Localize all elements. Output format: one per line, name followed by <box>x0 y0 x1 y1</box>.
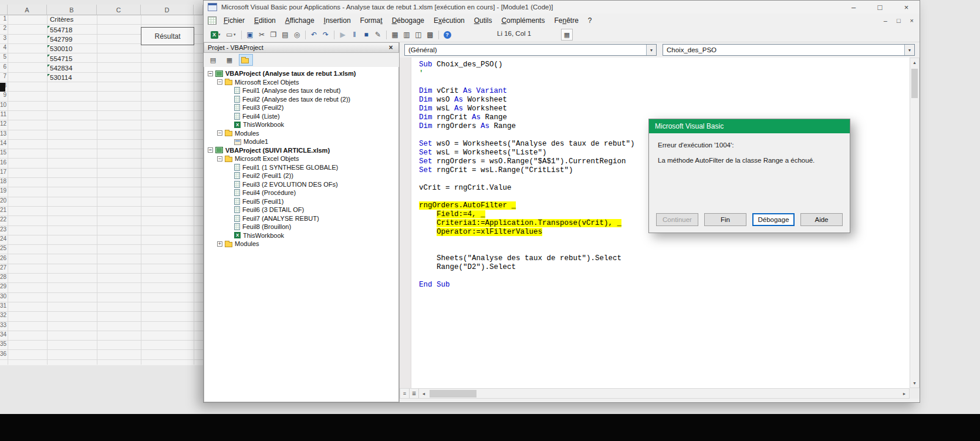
full-module-view-button[interactable]: ≣ <box>410 389 419 398</box>
tree-item[interactable]: Feuil1 (1 SYNTHESE GLOBALE) <box>204 163 398 172</box>
tree-item[interactable]: Feuil7 (ANALYSE REBUT) <box>204 214 398 223</box>
tree-item[interactable]: Feuil2 (Analyse des taux de rebut (2)) <box>204 95 398 104</box>
tree-item[interactable]: Feuil5 (Feuil1) <box>204 197 398 206</box>
insert-userform-icon-dropdown[interactable]: ▾ <box>234 32 239 37</box>
redo-icon[interactable]: ↷ <box>320 29 332 40</box>
chevron-down-icon[interactable]: ▾ <box>904 45 914 55</box>
run-icon[interactable]: ▶ <box>337 29 349 40</box>
menu-?[interactable]: ? <box>583 15 597 26</box>
stop-icon[interactable]: ■ <box>360 29 372 40</box>
cut-icon[interactable]: ✂ <box>256 29 268 40</box>
menu-exécution[interactable]: Exécution <box>429 15 469 26</box>
find-icon[interactable]: ◎ <box>291 29 303 40</box>
design-mode-icon[interactable]: ✎ <box>372 29 384 40</box>
tree-item[interactable]: ThisWorkbook <box>204 120 398 129</box>
menu-format[interactable]: Format <box>356 15 387 26</box>
child-restore-button[interactable]: □ <box>897 17 901 24</box>
cell-value[interactable]: 542799 <box>48 35 98 44</box>
project-panel-close-button[interactable]: × <box>387 43 395 52</box>
dialog-titlebar[interactable]: Microsoft Visual Basic <box>649 119 850 133</box>
collapse-box[interactable]: − <box>217 130 222 136</box>
pause-icon[interactable]: ‖ <box>349 29 360 40</box>
menu-débogage[interactable]: Débogage <box>387 15 429 26</box>
dialog-button-aide[interactable]: Aide <box>800 213 843 226</box>
dialog-button-fin[interactable]: Fin <box>704 213 746 226</box>
project-tree[interactable]: −VBAProject (Analyse taux de rebut 1.xls… <box>204 67 399 402</box>
menu-compléments[interactable]: Compléments <box>496 15 549 26</box>
tree-item[interactable]: −Microsoft Excel Objets <box>204 154 398 163</box>
menu-fenêtre[interactable]: Fenêtre <box>549 15 583 26</box>
extra-toolbar-button[interactable]: ▦ <box>561 29 573 41</box>
procedure-dropdown[interactable]: Choix_des_PSO ▾ <box>663 44 915 56</box>
maximize-button[interactable]: □ <box>867 1 893 14</box>
tree-item[interactable]: Feuil8 (Brouillon) <box>204 223 398 231</box>
collapse-box[interactable]: − <box>217 79 222 85</box>
tree-item[interactable]: Feuil2 (Feuil1 (2)) <box>204 171 398 180</box>
procedure-view-button[interactable]: ≡ <box>400 389 410 398</box>
tree-item[interactable]: Feuil3 (2 EVOLUTION DES OFs) <box>204 180 398 189</box>
project-panel-header[interactable]: Projet - VBAProject × <box>204 42 399 53</box>
view-object-button[interactable]: ▦ <box>222 54 236 66</box>
tree-item[interactable]: −VBAProject (SUIVI ARTICLE.xlsm) <box>204 146 398 155</box>
child-close-button[interactable]: × <box>910 17 914 24</box>
collapse-box[interactable]: − <box>208 147 213 153</box>
menu-affichage[interactable]: Affichage <box>281 15 319 26</box>
tree-item[interactable]: −Microsoft Excel Objets <box>204 78 398 87</box>
collapse-box[interactable]: − <box>208 71 213 76</box>
cell-value[interactable]: 554715 <box>48 54 98 63</box>
object-dropdown[interactable]: (Général) ▾ <box>404 44 657 56</box>
tree-item[interactable]: Feuil3 (Feuil2) <box>204 103 398 112</box>
tree-item[interactable]: Feuil4 (Procédure) <box>204 188 398 197</box>
project-explorer-icon[interactable]: ▦ <box>389 29 401 40</box>
vertical-scroll-thumb[interactable] <box>911 69 918 98</box>
scroll-right-icon[interactable]: ► <box>900 389 909 398</box>
tree-item[interactable]: −VBAProject (Analyse taux de rebut 1.xls… <box>204 69 398 78</box>
toolbox-icon[interactable]: ▩ <box>424 29 436 40</box>
taskbar[interactable] <box>0 414 980 441</box>
copy-icon[interactable]: ❐ <box>268 29 279 40</box>
sheet-icon <box>234 113 240 120</box>
tree-item[interactable]: −Modules <box>204 129 398 138</box>
menu-outils[interactable]: Outils <box>469 15 497 26</box>
undo-icon[interactable]: ↶ <box>308 29 320 40</box>
tree-item[interactable]: ThisWorkbook <box>204 231 398 240</box>
expand-box[interactable]: + <box>217 241 222 247</box>
breakpoint-margin[interactable] <box>400 58 411 388</box>
cell-value[interactable]: 530114 <box>48 73 98 82</box>
view-code-button[interactable]: ▤ <box>206 54 220 66</box>
properties-window-icon[interactable]: ▥ <box>401 29 413 40</box>
scrollbar-corner <box>910 388 920 399</box>
vertical-scrollbar[interactable]: ▲ ▼ <box>910 58 920 388</box>
help-icon[interactable]: ? <box>441 29 453 40</box>
vbe-titlebar[interactable]: Microsoft Visual Basic pour Applications… <box>204 1 920 14</box>
cell-value[interactable]: 530010 <box>48 45 98 53</box>
tree-item[interactable]: Feuil4 (Liste) <box>204 112 398 121</box>
object-browser-icon[interactable]: ◫ <box>413 29 424 40</box>
cell-value[interactable]: 542834 <box>48 64 98 73</box>
menu-insertion[interactable]: Insertion <box>319 15 356 26</box>
menu-fichier[interactable]: Fichier <box>219 15 249 26</box>
scroll-left-icon[interactable]: ◄ <box>419 389 428 398</box>
child-minimize-button[interactable]: – <box>884 17 887 24</box>
tree-item[interactable]: Module1 <box>204 137 398 146</box>
cell-value[interactable]: 554718 <box>48 25 98 34</box>
horizontal-scroll-thumb[interactable] <box>430 390 477 398</box>
scroll-up-icon[interactable]: ▲ <box>910 58 919 67</box>
toggle-folders-button[interactable] <box>239 54 253 66</box>
view-excel-icon-dropdown[interactable]: ▾ <box>218 32 224 37</box>
dialog-button-débogage[interactable]: Débogage <box>752 213 795 226</box>
paste-icon[interactable]: ▤ <box>279 29 291 40</box>
menu-edition[interactable]: Edition <box>249 15 281 26</box>
scroll-down-icon[interactable]: ▼ <box>910 379 919 388</box>
chevron-down-icon[interactable]: ▾ <box>646 45 656 55</box>
horizontal-scrollbar[interactable]: ≡ ≣ ◄ ► <box>400 388 910 399</box>
tree-item[interactable]: Feuil6 (3 DETAIL OF) <box>204 206 398 214</box>
error-indicator-icon <box>48 26 50 28</box>
save-icon[interactable]: ▣ <box>244 29 256 40</box>
tree-item[interactable]: Feuil1 (Analyse des taux de rebut) <box>204 86 398 95</box>
close-button[interactable]: × <box>893 1 920 14</box>
collapse-box[interactable]: − <box>217 156 222 161</box>
tree-item[interactable]: +Modules <box>204 240 398 248</box>
result-cell[interactable]: Résultat <box>141 27 194 45</box>
minimize-button[interactable]: – <box>840 1 867 14</box>
